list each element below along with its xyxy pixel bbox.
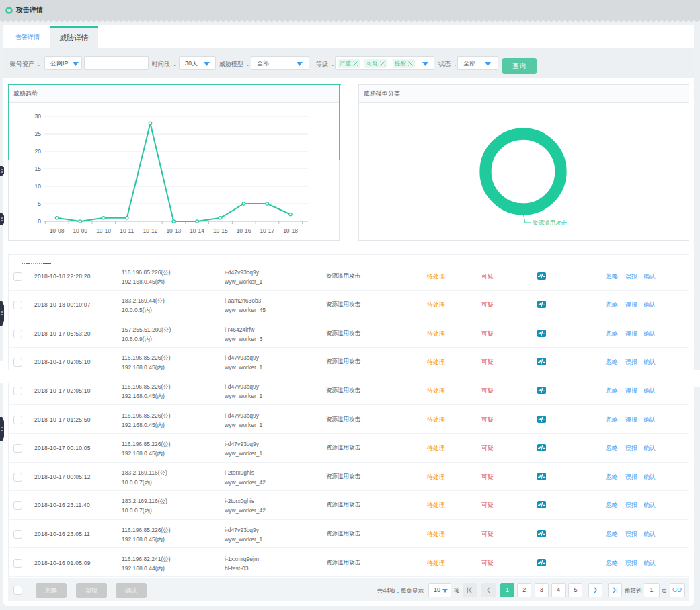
svg-text:15: 15: [35, 165, 42, 172]
svg-text:10-18: 10-18: [283, 227, 298, 234]
svg-text:资源滥用攻击: 资源滥用攻击: [533, 219, 568, 226]
svg-text:10: 10: [35, 183, 42, 190]
svg-text:10-16: 10-16: [237, 227, 251, 234]
svg-text:10-17: 10-17: [260, 227, 274, 234]
svg-text:30: 30: [35, 113, 42, 120]
svg-text:10-14: 10-14: [190, 227, 204, 234]
svg-text:10-09: 10-09: [73, 227, 87, 234]
svg-text:10-15: 10-15: [213, 227, 228, 234]
svg-text:10-10: 10-10: [96, 227, 111, 234]
svg-text:20: 20: [35, 148, 42, 155]
svg-text:5: 5: [38, 200, 41, 207]
svg-text:10-08: 10-08: [50, 227, 65, 234]
svg-text:10-11: 10-11: [120, 227, 134, 234]
svg-text:25: 25: [35, 130, 42, 137]
svg-text:10-13: 10-13: [166, 227, 181, 234]
svg-text:0: 0: [38, 218, 41, 225]
svg-text:10-12: 10-12: [143, 227, 158, 234]
